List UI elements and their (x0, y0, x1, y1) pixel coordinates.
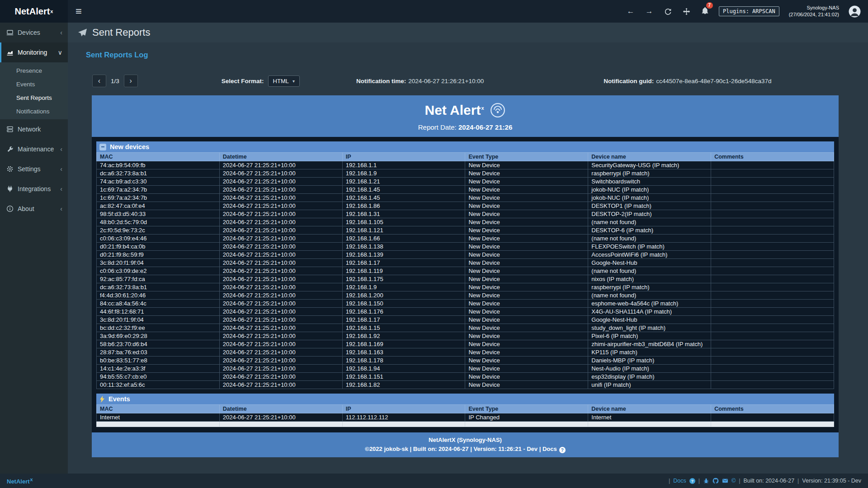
sidebar-item-presence[interactable]: Presence (0, 64, 68, 77)
docs-question-icon[interactable]: ? (689, 478, 695, 484)
cell-device-name: Google-Nest-Hub (588, 259, 711, 267)
chevron-left-icon: ‹ (60, 29, 62, 36)
column-header: MAC (97, 405, 220, 413)
cell-mac[interactable]: 92:ac:85:77:fd:ca (97, 275, 220, 283)
sidebar-item-notifications[interactable]: Notifications (0, 104, 68, 118)
column-header: Comments (711, 405, 834, 413)
separator: | (739, 478, 740, 484)
cell-mac[interactable]: ac:82:47:ca:0f:e4 (97, 202, 220, 210)
cell-mac[interactable]: d0:21:f9:b4:ca:0b (97, 243, 220, 251)
sidebar-item-integrations[interactable]: Integrations ‹ (0, 179, 68, 199)
format-select[interactable]: HTML ▾ (268, 75, 300, 87)
cell-mac[interactable]: 58:b6:23:70:d6:b4 (97, 340, 220, 348)
cell-mac[interactable]: f4:4d:30:61:20:46 (97, 291, 220, 300)
cell-mac[interactable]: 74:ac:b9:ad:c3:30 (97, 178, 220, 186)
cell-device-name: esphome-web-4a564c (IP match) (588, 300, 711, 308)
cell-event-type: New Device (465, 259, 588, 267)
report-body: New devices MACDatetimeIPEvent TypeDevic… (92, 137, 839, 432)
cell-mac[interactable]: 2c:f0:5d:9e:73:2c (97, 226, 220, 235)
report-table-row: 3a:9d:69:e0:29:282024-06-27 21:25:21+10:… (97, 332, 834, 340)
cell-datetime: 2024-06-27 21:25:21+10:00 (219, 365, 342, 373)
cell-mac[interactable]: 74:ac:b9:54:09:fb (97, 161, 220, 169)
cell-comments (711, 218, 834, 226)
refresh-icon[interactable] (663, 7, 672, 16)
user-avatar[interactable] (849, 5, 861, 18)
sidebar-item-about[interactable]: About ‹ (0, 199, 68, 219)
cell-comments (711, 226, 834, 235)
cell-mac[interactable]: 00:11:32:ef:a5:6c (97, 381, 220, 389)
docs-help-icon[interactable]: ? (559, 447, 566, 453)
cell-mac[interactable]: dc:a6:32:73:8a:b1 (97, 283, 220, 291)
cell-datetime: 2024-06-27 21:25:21+10:00 (219, 275, 342, 283)
nav-forward-icon[interactable]: → (645, 7, 654, 16)
cell-device-name: zhimi-airpurifier-mb3_mibtD6B4 (IP match… (588, 340, 711, 348)
cell-mac[interactable]: bc:dd:c2:32:f9:ee (97, 324, 220, 332)
column-header: Event Type (465, 405, 588, 413)
cell-mac[interactable]: 28:87:ba:76:ed:03 (97, 348, 220, 357)
sent-reports-log-link[interactable]: Sent Reports Log (86, 51, 148, 59)
cell-mac[interactable]: b0:be:83:51:77:e8 (97, 357, 220, 365)
cell-mac[interactable]: c0:06:c3:09:de:e2 (97, 267, 220, 275)
cell-device-name: nixos (IP match) (588, 275, 711, 283)
cell-device-name: jokob-NUC (IP match) (588, 186, 711, 194)
footer-docs-link[interactable]: Docs (673, 478, 686, 484)
cell-device-name: FLEXPOESwitch (IP match) (588, 243, 711, 251)
report-title: Net Alertx (92, 102, 839, 118)
cell-ip: 192.168.1.176 (342, 308, 465, 316)
plugins-status-badge[interactable]: Plugins: ARPSCAN (719, 6, 779, 16)
cell-mac[interactable]: 44:6f:f8:12:68:71 (97, 308, 220, 316)
report-table-row: 14:c1:4e:2e:a3:3f2024-06-27 21:25:21+10:… (97, 365, 834, 373)
cell-ip: 192.168.1.94 (342, 365, 465, 373)
sidebar-item-sent-reports[interactable]: Sent Reports (0, 91, 68, 104)
cell-mac[interactable]: 14:c1:4e:2e:a3:3f (97, 365, 220, 373)
sidebar-item-label: Devices (18, 29, 40, 36)
cell-mac[interactable]: 3c:8d:20:f1:9f:04 (97, 316, 220, 324)
app-logo[interactable]: NetAlertx (0, 0, 68, 23)
cell-mac[interactable]: 1c:69:7a:a2:34:7b (97, 186, 220, 194)
notifications-bell-button[interactable]: 7 (700, 6, 709, 17)
report-table-row: 1c:69:7a:a2:34:7b2024-06-27 21:25:21+10:… (97, 186, 834, 194)
cell-ip: 192.168.1.45 (342, 186, 465, 194)
cell-mac[interactable]: dc:a6:32:73:8a:b1 (97, 169, 220, 178)
cell-ip: 192.168.1.121 (342, 226, 465, 235)
report-date-label: Report Date: (418, 123, 457, 131)
cell-mac[interactable]: 94:b5:55:c7:cb:e0 (97, 373, 220, 381)
footer-brand[interactable]: NetAlertx (7, 477, 33, 485)
cell-event-type: New Device (465, 308, 588, 316)
cell-datetime: 2024-06-27 21:25:21+10:00 (219, 300, 342, 308)
sidebar-item-maintenance[interactable]: Maintenance ‹ (0, 139, 68, 159)
github-icon[interactable] (712, 478, 719, 484)
cell-datetime: 2024-06-27 21:25:21+10:00 (219, 194, 342, 202)
cell-datetime: 2024-06-27 21:25:21+10:00 (219, 357, 342, 365)
notification-time-value: 2024-06-27 21:26:21+10:00 (408, 78, 484, 84)
app-logo-sup: x (50, 9, 53, 14)
cell-mac[interactable]: 98:5f:d3:d5:40:33 (97, 210, 220, 218)
move-panes-icon[interactable] (682, 7, 691, 16)
sidebar-item-network[interactable]: Network (0, 119, 68, 139)
prev-page-button[interactable]: ‹ (92, 75, 106, 87)
cell-mac[interactable]: c0:06:c3:09:e4:46 (97, 235, 220, 243)
cell-mac[interactable]: 1c:69:7a:a2:34:7b (97, 194, 220, 202)
cell-mac[interactable]: 3c:8d:20:f1:9f:04 (97, 259, 220, 267)
page-indicator: 1/3 (111, 78, 119, 84)
cell-mac[interactable]: 3a:9d:69:e0:29:28 (97, 332, 220, 340)
nav-back-icon[interactable]: ← (626, 7, 635, 16)
cell-mac[interactable]: 84:cc:a8:4a:56:4c (97, 300, 220, 308)
sidebar-item-settings[interactable]: Settings ‹ (0, 159, 68, 179)
copyright-icon[interactable]: © (731, 478, 736, 484)
cell-mac[interactable]: 48:b0:2d:5c:79:0d (97, 218, 220, 226)
next-page-button[interactable]: › (124, 75, 138, 87)
email-icon[interactable] (722, 478, 728, 484)
cell-event-type (465, 422, 588, 427)
sidebar-item-events[interactable]: Events (0, 77, 68, 91)
cell-datetime: 2024-06-27 21:25:21+10:00 (219, 348, 342, 357)
cell-mac: Internet (97, 413, 220, 422)
report-footer-line2: ©2022 jokob-sk | Built on: 2024-06-27 | … (92, 445, 839, 454)
sidebar-item-devices[interactable]: Devices ‹ (0, 23, 68, 42)
cell-mac[interactable]: d0:21:f9:8c:59:f9 (97, 251, 220, 259)
footer-version: Version: 21:39:05 - Dev (802, 478, 861, 484)
sidebar-toggle-button[interactable]: ≡ (68, 0, 90, 23)
sidebar-item-monitoring[interactable]: Monitoring ∨ (0, 42, 68, 62)
bug-report-icon[interactable] (703, 478, 709, 484)
cell-datetime: 2024-06-27 21:25:21+10:00 (219, 235, 342, 243)
